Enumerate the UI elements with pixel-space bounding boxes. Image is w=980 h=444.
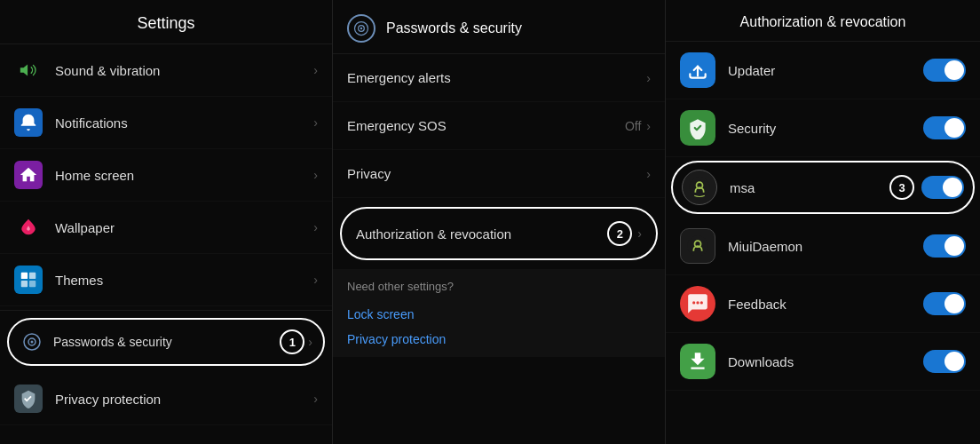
passwords-security-panel: Passwords & security Emergency alerts › … xyxy=(333,0,666,444)
svg-rect-4 xyxy=(29,281,36,287)
svg-point-18 xyxy=(700,301,703,304)
passwords-header-icon xyxy=(347,14,375,43)
home-label: Home screen xyxy=(55,168,313,183)
sidebar-item-wallpaper[interactable]: Wallpaper › xyxy=(0,202,332,254)
themes-icon xyxy=(14,266,43,294)
msa-badge: 3 xyxy=(889,175,914,200)
sound-icon xyxy=(14,56,43,84)
wallpaper-icon xyxy=(14,213,43,242)
other-settings-section: Need other settings? Lock screen Privacy… xyxy=(333,269,665,357)
updater-toggle[interactable] xyxy=(923,59,966,82)
middle-header-title: Passwords & security xyxy=(386,20,522,36)
msa-label: msa xyxy=(730,180,884,195)
svg-rect-1 xyxy=(21,273,28,279)
feedback-toggle[interactable] xyxy=(923,292,966,315)
lock-screen-link[interactable]: Lock screen xyxy=(347,302,651,327)
auth-item-feedback: Feedback xyxy=(666,275,980,333)
auth-revocation-panel: Authorization & revocation Updater xyxy=(666,0,980,444)
svg-rect-3 xyxy=(21,281,28,287)
svg-marker-0 xyxy=(20,65,28,76)
feedback-icon xyxy=(680,286,715,321)
auth-item-downloads: Downloads xyxy=(666,333,980,391)
mid-item-privacy[interactable]: Privacy › xyxy=(333,150,665,198)
passwords-badge: 1 xyxy=(280,329,304,354)
auth-list: Updater Security xyxy=(666,42,980,391)
mid-item-emergency-sos[interactable]: Emergency SOS Off › xyxy=(333,102,665,150)
auth-revocation-item[interactable]: Authorization & revocation 2 › xyxy=(340,207,658,260)
sidebar-item-themes[interactable]: Themes › xyxy=(0,254,332,306)
themes-chevron: › xyxy=(313,273,318,287)
security-toggle[interactable] xyxy=(923,116,966,139)
sound-chevron: › xyxy=(313,63,318,77)
auth-item-updater: Updater xyxy=(666,42,980,99)
svg-point-10 xyxy=(360,28,363,30)
privacy-label: Privacy protection xyxy=(55,392,313,407)
emergency-sos-value: Off xyxy=(625,119,641,133)
security-icon xyxy=(680,110,715,146)
auth-item-miuidaemon: MiuiDaemon xyxy=(666,218,980,275)
miuidaemon-toggle[interactable] xyxy=(923,234,966,258)
notifications-chevron: › xyxy=(313,115,318,130)
feedback-label: Feedback xyxy=(728,297,923,312)
privacy-chevron: › xyxy=(313,392,318,406)
emergency-sos-label: Emergency SOS xyxy=(347,118,625,133)
svg-point-17 xyxy=(692,301,695,304)
updater-label: Updater xyxy=(728,63,923,78)
sidebar-item-sound[interactable]: Sound & vibration › xyxy=(0,44,332,97)
middle-list: Emergency alerts › Emergency SOS Off › P… xyxy=(333,54,665,198)
miuidaemon-label: MiuiDaemon xyxy=(728,239,923,254)
emergency-alerts-chevron: › xyxy=(646,71,651,85)
downloads-toggle[interactable] xyxy=(923,350,966,373)
passwords-icon xyxy=(20,329,44,354)
auth-item-msa: msa 3 xyxy=(671,161,975,214)
security-label: Security xyxy=(728,121,923,136)
auth-badge: 2 xyxy=(607,221,632,246)
downloads-label: Downloads xyxy=(728,354,923,369)
wallpaper-chevron: › xyxy=(313,220,318,234)
updater-icon xyxy=(680,52,715,88)
msa-icon xyxy=(682,170,717,205)
privacy-icon xyxy=(14,385,43,413)
svg-point-7 xyxy=(31,341,34,344)
auth-revocation-label: Authorization & revocation xyxy=(356,226,602,242)
privacy-mid-label: Privacy xyxy=(347,166,646,181)
notifications-label: Notifications xyxy=(55,115,313,131)
sidebar-item-notifications[interactable]: Notifications › xyxy=(0,97,332,149)
themes-label: Themes xyxy=(55,273,313,288)
miuidaemon-icon xyxy=(680,228,715,264)
svg-point-16 xyxy=(696,301,699,304)
settings-panel-left: Settings Sound & vibration › Noti xyxy=(0,0,333,444)
right-header-title: Authorization & revocation xyxy=(666,0,980,42)
sidebar-item-passwords[interactable]: Passwords & security 1 › xyxy=(7,318,325,366)
sidebar-item-privacy[interactable]: Privacy protection › xyxy=(0,373,332,425)
sound-label: Sound & vibration xyxy=(55,63,313,78)
privacy-mid-chevron: › xyxy=(646,167,651,181)
emergency-sos-chevron: › xyxy=(646,119,651,133)
mid-item-emergency-alerts[interactable]: Emergency alerts › xyxy=(333,54,665,102)
notifications-icon xyxy=(14,108,43,137)
emergency-alerts-label: Emergency alerts xyxy=(347,70,646,85)
passwords-label: Passwords & security xyxy=(53,335,274,349)
svg-rect-2 xyxy=(29,273,36,279)
settings-title: Settings xyxy=(0,0,332,44)
auth-item-security: Security xyxy=(666,99,980,157)
passwords-chevron: › xyxy=(308,335,312,349)
privacy-protection-link[interactable]: Privacy protection xyxy=(347,327,651,352)
other-settings-title: Need other settings? xyxy=(347,280,651,293)
settings-list: Sound & vibration › Notifications › Home… xyxy=(0,44,332,425)
sidebar-item-home[interactable]: Home screen › xyxy=(0,149,332,202)
divider-1 xyxy=(0,310,332,311)
auth-chevron: › xyxy=(637,226,642,241)
wallpaper-label: Wallpaper xyxy=(55,220,313,235)
home-icon xyxy=(14,161,43,189)
home-chevron: › xyxy=(313,168,318,182)
middle-header: Passwords & security xyxy=(333,0,665,54)
downloads-icon xyxy=(680,344,715,379)
msa-toggle[interactable] xyxy=(921,176,964,199)
